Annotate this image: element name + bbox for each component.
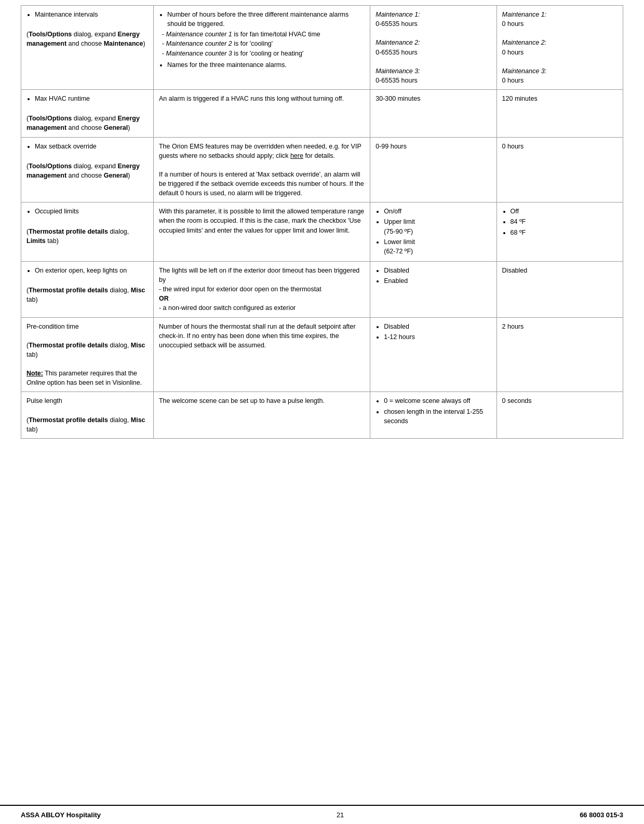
col2-pre-condition: Number of hours the thermostat shall run… xyxy=(153,317,370,392)
col4-max-setback: 0 hours xyxy=(497,137,623,202)
list-item: On/off xyxy=(384,207,491,216)
list-item: Max setback override xyxy=(35,142,148,151)
main-content: Maintenance intervals (Tools/Options dia… xyxy=(0,0,644,627)
col4-pre-condition: 2 hours xyxy=(497,317,623,392)
col1-max-hvac: Max HVAC runtime (Tools/Options dialog, … xyxy=(21,90,154,138)
col1-pulse-length: Pulse length (Thermostat profile details… xyxy=(21,392,154,439)
here-link[interactable]: here xyxy=(290,152,303,159)
table-row: Pre-condition time (Thermostat profile d… xyxy=(21,317,623,392)
bullet-list: Names for the three maintenance alarms. xyxy=(167,60,365,70)
dash-list: Maintenance counter 1 is for fan time/to… xyxy=(162,30,365,58)
list-item: Off xyxy=(511,207,618,216)
list-item: Maintenance counter 1 is for fan time/to… xyxy=(162,30,365,39)
list-item: 0 = welcome scene always off xyxy=(384,396,491,406)
default-text: Maintenance 3: xyxy=(502,67,546,75)
tab-ref: Misc xyxy=(131,416,145,424)
table-row: On exterior open, keep lights on (Thermo… xyxy=(21,261,623,317)
description-text: Number of hours the thermostat shall run… xyxy=(159,323,356,349)
col4-pulse-length: 0 seconds xyxy=(497,392,623,439)
tab-ref: Limits xyxy=(26,237,46,245)
table-row: Pulse length (Thermostat profile details… xyxy=(21,392,623,439)
footer: ASSA ABLOY Hospitality 21 66 8003 015-3 xyxy=(0,805,644,824)
tab-ref: Misc xyxy=(131,342,145,349)
list-item: Maintenance counter 3 is for 'cooling or… xyxy=(162,49,365,58)
list-item: Maintenance counter 2 is for 'cooling' xyxy=(162,39,365,48)
menu-choice: General xyxy=(104,172,128,179)
range-text: Maintenance 2: xyxy=(375,39,420,46)
col1-maintenance-intervals: Maintenance intervals (Tools/Options dia… xyxy=(21,6,154,90)
list-item: Upper limit(75-90 ºF) xyxy=(384,217,491,236)
description-text: for details. xyxy=(303,152,335,159)
dialog-ref: Thermostat profile details xyxy=(29,287,108,294)
table-row: Occupied limits (Thermostat profile deta… xyxy=(21,202,623,262)
menu-choice: Maintenance xyxy=(104,40,143,47)
options-list: On/off Upper limit(75-90 ºF) Lower limit… xyxy=(384,207,491,256)
list-item: 68 ºF xyxy=(511,228,618,237)
table-row: Max HVAC runtime (Tools/Options dialog, … xyxy=(21,90,623,138)
dialog-ref: Tools/Options xyxy=(29,163,72,170)
range-text: Maintenance 3: xyxy=(375,67,420,75)
col2-occupied-limits: With this parameter, it is possible to l… xyxy=(153,202,370,262)
default-text: 2 hours xyxy=(502,323,524,330)
default-text: Maintenance 1: xyxy=(502,11,546,18)
menu-choice: General xyxy=(104,124,128,131)
list-item: Lower limit(62-72 ºF) xyxy=(384,237,491,256)
options-list: Disabled Enabled xyxy=(384,266,491,286)
list-item: Maintenance intervals xyxy=(35,10,148,19)
dialog-ref: Thermostat profile details xyxy=(29,416,108,424)
col1-occupied-limits: Occupied limits (Thermostat profile deta… xyxy=(21,202,154,262)
default-text: Maintenance 2: xyxy=(502,39,546,46)
col1-pre-condition: Pre-condition time (Thermostat profile d… xyxy=(21,317,154,392)
range-text: 30-300 minutes xyxy=(375,95,420,102)
options-list: 0 = welcome scene always off chosen leng… xyxy=(384,396,491,425)
list-item: Number of hours before the three differe… xyxy=(167,10,365,29)
col4-exterior-open: Disabled xyxy=(497,261,623,317)
list-item: 84 ºF xyxy=(511,217,618,226)
col3-maintenance-intervals: Maintenance 1: 0-65535 hours Maintenance… xyxy=(370,6,497,90)
col3-pulse-length: 0 = welcome scene always off chosen leng… xyxy=(370,392,497,439)
footer-left: ASSA ABLOY Hospitality xyxy=(21,811,101,819)
col2-maintenance-intervals: Number of hours before the three differe… xyxy=(153,6,370,90)
description-text: An alarm is triggered if a HVAC runs thi… xyxy=(159,95,344,102)
default-text: 120 minutes xyxy=(502,95,538,102)
default-text: 0 seconds xyxy=(502,397,532,404)
description-text: The lights will be left on if the exteri… xyxy=(159,267,359,312)
col3-max-setback: 0-99 hours xyxy=(370,137,497,202)
list-item: On exterior open, keep lights on xyxy=(35,266,148,275)
range-text: Maintenance 1: xyxy=(375,11,420,18)
dialog-ref: Tools/Options xyxy=(29,115,72,122)
description-text: If a number of hours is entered at 'Max … xyxy=(159,171,364,197)
footer-right: 66 8003 015-3 xyxy=(580,811,623,819)
col3-occupied-limits: On/off Upper limit(75-90 ºF) Lower limit… xyxy=(370,202,497,262)
col1-exterior-open: On exterior open, keep lights on (Thermo… xyxy=(21,261,154,317)
default-text: 0 hours xyxy=(502,143,524,150)
col3-exterior-open: Disabled Enabled xyxy=(370,261,497,317)
note-label: Note: xyxy=(26,370,43,377)
list-item: 1-12 hours xyxy=(384,332,491,342)
col2-max-setback: The Orion EMS features may be overridden… xyxy=(153,137,370,202)
dialog-ref: Thermostat profile details xyxy=(29,342,108,349)
dialog-ref: Tools/Options xyxy=(29,31,72,38)
col2-pulse-length: The welcome scene can be set up to have … xyxy=(153,392,370,439)
footer-center: 21 xyxy=(337,811,344,819)
dialog-ref: Thermostat profile details xyxy=(29,228,108,235)
col4-max-hvac: 120 minutes xyxy=(497,90,623,138)
default-text: Disabled xyxy=(502,267,528,274)
list-item: Enabled xyxy=(384,276,491,286)
options-list: Disabled 1-12 hours xyxy=(384,322,491,342)
list-item: Disabled xyxy=(384,266,491,275)
note-text: This parameter requires that the Online … xyxy=(26,370,142,386)
range-text: 0-99 hours xyxy=(375,143,407,150)
page-wrapper: Maintenance intervals (Tools/Options dia… xyxy=(0,0,644,824)
label-text: Pre-condition time xyxy=(26,323,79,330)
list-item: Max HVAC runtime xyxy=(35,94,148,103)
table-row: Maintenance intervals (Tools/Options dia… xyxy=(21,6,623,90)
list-item: Names for the three maintenance alarms. xyxy=(167,60,365,70)
col1-max-setback: Max setback override (Tools/Options dial… xyxy=(21,137,154,202)
label-text: Pulse length xyxy=(26,397,62,404)
settings-table: Maintenance intervals (Tools/Options dia… xyxy=(21,5,623,439)
col2-max-hvac: An alarm is triggered if a HVAC runs thi… xyxy=(153,90,370,138)
description-text: With this parameter, it is possible to l… xyxy=(159,208,364,234)
table-row: Max setback override (Tools/Options dial… xyxy=(21,137,623,202)
description-text: The welcome scene can be set up to have … xyxy=(159,397,325,404)
